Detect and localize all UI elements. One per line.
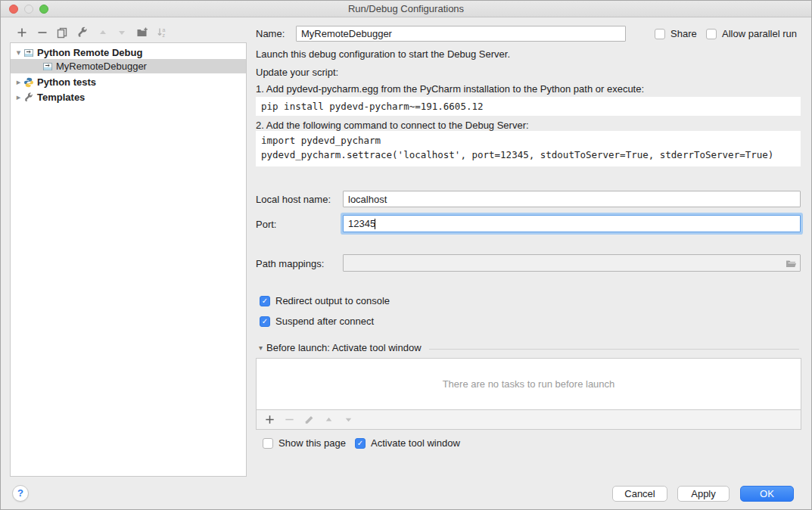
name-input[interactable] xyxy=(296,26,626,42)
tree-item-label: MyRemoteDebugger xyxy=(56,61,147,72)
settrace-code-block: import pydevd_pycharm pydevd_pycharm.set… xyxy=(256,131,801,166)
before-launch-toolbar xyxy=(256,410,801,430)
share-label: Share xyxy=(670,28,697,39)
run-debug-configurations-dialog: Run/Debug Configurations az ▾ Python Rem… xyxy=(0,0,812,510)
port-input[interactable] xyxy=(343,215,801,232)
help-button[interactable]: ? xyxy=(12,485,29,502)
path-mappings-label: Path mappings: xyxy=(256,258,324,269)
tree-item-label: Python tests xyxy=(37,76,96,88)
suspend-after-connect-label: Suspend after connect xyxy=(275,316,374,327)
move-down-icon xyxy=(116,26,128,39)
tree-item-label: Templates xyxy=(37,92,85,103)
instruction-step-2: 2. Add the following command to connect … xyxy=(256,120,529,131)
name-label: Name: xyxy=(256,28,285,39)
copy-icon[interactable] xyxy=(56,26,68,39)
text-caret xyxy=(375,219,375,229)
checkmark-icon: ✓ xyxy=(262,297,268,305)
chevron-down-icon[interactable]: ▾ xyxy=(259,344,263,352)
instruction-line-1: Launch this debug configuration to start… xyxy=(256,48,510,60)
remote-debug-icon xyxy=(42,61,53,72)
activate-tool-window-checkbox-row[interactable]: ✓ Activate tool window xyxy=(355,437,460,449)
edit-defaults-wrench-icon[interactable] xyxy=(76,26,89,39)
activate-tool-window-checkbox[interactable]: ✓ xyxy=(355,438,366,449)
svg-text:a: a xyxy=(163,27,166,33)
move-task-down-icon xyxy=(343,414,354,425)
empty-task-list-text: There are no tasks to run before launch xyxy=(443,378,615,390)
move-task-up-icon xyxy=(323,414,334,425)
instruction-step-1: 1. Add pydevd-pycharm.egg from the PyCha… xyxy=(256,83,644,95)
sort-alphabetically-icon: az xyxy=(156,26,168,39)
tree-item-myremotedebugger[interactable]: MyRemoteDebugger xyxy=(11,59,246,73)
tree-item-python-tests[interactable]: ▸ Python tests xyxy=(11,75,246,89)
add-icon[interactable] xyxy=(16,26,28,39)
edit-task-icon xyxy=(303,414,315,425)
share-checkbox-row[interactable]: Share xyxy=(655,28,697,39)
local-host-name-label: Local host name: xyxy=(256,194,331,205)
allow-parallel-run-checkbox-row[interactable]: Allow parallel run xyxy=(706,28,797,39)
tree-item-label: Python Remote Debug xyxy=(37,47,142,58)
show-this-page-checkbox[interactable] xyxy=(263,438,273,449)
ok-button[interactable]: OK xyxy=(740,486,794,502)
checkmark-icon: ✓ xyxy=(357,440,363,447)
before-launch-header[interactable]: ▾ Before launch: Activate tool window xyxy=(259,342,422,353)
suspend-after-connect-checkbox[interactable]: ✓ xyxy=(260,316,270,327)
path-mappings-input[interactable] xyxy=(343,254,801,272)
remove-icon[interactable] xyxy=(36,26,48,39)
share-checkbox[interactable] xyxy=(655,29,665,39)
instruction-line-2: Update your script: xyxy=(256,67,338,78)
before-launch-title: Before launch: Activate tool window xyxy=(266,342,422,353)
new-folder-icon[interactable] xyxy=(136,26,148,39)
add-task-icon[interactable] xyxy=(264,414,275,425)
activate-tool-window-label: Activate tool window xyxy=(371,437,460,449)
port-label: Port: xyxy=(256,219,276,230)
tree-item-templates[interactable]: ▸ Templates xyxy=(11,90,246,104)
code-line-settrace: pydevd_pycharm.settrace('localhost', por… xyxy=(261,149,773,160)
before-launch-separator xyxy=(429,349,799,350)
window-title: Run/Debug Configurations xyxy=(1,3,811,14)
allow-parallel-run-checkbox[interactable] xyxy=(706,29,717,39)
browse-folder-icon[interactable] xyxy=(785,257,797,269)
titlebar: Run/Debug Configurations xyxy=(1,1,811,17)
pip-install-code-block: pip install pydevd-pycharm~=191.6605.12 xyxy=(256,97,801,116)
configurations-tree: ▾ Python Remote Debug MyRemoteDebugger ▸… xyxy=(10,42,247,477)
apply-button[interactable]: Apply xyxy=(677,486,730,502)
move-up-icon xyxy=(97,26,109,39)
show-this-page-label: Show this page xyxy=(278,437,346,449)
allow-parallel-run-label: Allow parallel run xyxy=(722,28,797,39)
cancel-button[interactable]: Cancel xyxy=(612,486,667,502)
wrench-icon xyxy=(23,92,34,103)
redirect-output-checkbox[interactable]: ✓ xyxy=(260,296,270,306)
suspend-after-connect-checkbox-row[interactable]: ✓ Suspend after connect xyxy=(260,316,374,327)
chevron-right-icon[interactable]: ▸ xyxy=(14,92,23,102)
chevron-down-icon[interactable]: ▾ xyxy=(14,48,23,58)
code-line-import: import pydevd_pycharm xyxy=(261,135,381,146)
before-launch-task-list[interactable]: There are no tasks to run before launch xyxy=(256,358,801,410)
python-icon xyxy=(23,77,34,88)
tree-item-python-remote-debug[interactable]: ▾ Python Remote Debug xyxy=(11,45,246,60)
redirect-output-label: Redirect output to console xyxy=(275,295,390,306)
chevron-right-icon[interactable]: ▸ xyxy=(14,77,23,87)
checkmark-icon: ✓ xyxy=(262,318,268,325)
show-this-page-checkbox-row[interactable]: Show this page xyxy=(263,437,346,449)
redirect-output-checkbox-row[interactable]: ✓ Redirect output to console xyxy=(260,295,390,306)
svg-text:z: z xyxy=(163,33,166,38)
local-host-name-input[interactable] xyxy=(343,191,801,207)
remove-task-icon xyxy=(284,414,295,425)
remote-debug-icon xyxy=(23,48,34,58)
